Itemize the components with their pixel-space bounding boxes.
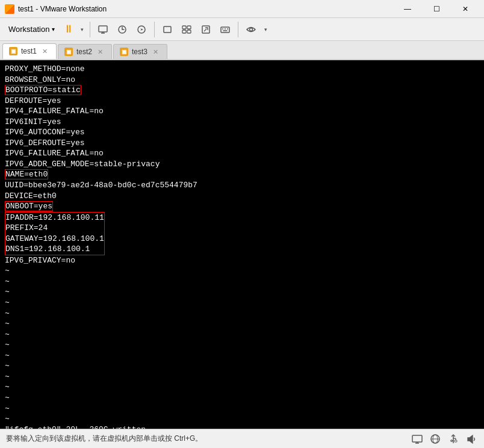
tab-label-test3: test3 (132, 48, 147, 56)
tab-close-test3[interactable]: ✕ (151, 48, 160, 56)
terminal-line: BOOTPROTO=static (5, 85, 479, 96)
terminal-line: DNS1=192.168.100.1 (5, 244, 104, 255)
terminal-line: UUID=bbee3e79-ae2d-48a0-bd0c-ed7c554479b… (5, 180, 479, 191)
terminal-line: IPV6_DEFROUTE=yes (5, 138, 479, 149)
pause-button[interactable]: ⏸ (60, 20, 78, 39)
terminal-line: PREFIX=24 (5, 223, 104, 234)
terminal-line: ~ (5, 329, 479, 340)
tab-test1[interactable]: ▣ test1 ✕ (2, 43, 57, 59)
terminal-area[interactable]: PROXY_METHOD=noneBROWSER_ONLY=noBOOTPROT… (0, 60, 484, 429)
terminal-line: ~ (5, 297, 479, 308)
svg-rect-17 (412, 435, 422, 442)
status-network-icon[interactable] (429, 432, 442, 446)
tab-icon-test3: ▣ (120, 48, 128, 56)
svg-rect-0 (99, 26, 107, 32)
svg-rect-9 (187, 30, 191, 33)
terminal-line: ~ (5, 382, 479, 393)
suspend-button[interactable] (132, 20, 150, 39)
terminal-line: ~ (5, 266, 479, 276)
toolbar: Workstation ▾ ⏸ ▾ (0, 18, 484, 41)
view-button[interactable] (242, 20, 260, 39)
power-icon (98, 24, 108, 35)
terminal-line: ~ (5, 340, 479, 350)
terminal-line: ~ (5, 350, 479, 361)
workstation-chevron: ▾ (52, 26, 55, 33)
terminal-line: BROWSER_ONLY=no (5, 75, 479, 86)
terminal-line: IPV6_AUTOCONF=yes (5, 127, 479, 138)
toolbar-separator-3 (238, 22, 238, 37)
workstation-menu-group: Workstation ▾ ⏸ ▾ (4, 20, 86, 39)
svg-rect-26 (455, 440, 457, 442)
terminal-line: ONBOOT=yes (5, 201, 479, 212)
terminal-line: IPV4_FAILURE_FATAL=no (5, 106, 479, 117)
snapshot-icon (117, 24, 128, 35)
app-icon (5, 4, 14, 14)
send-ctrlaltdel-button[interactable] (216, 20, 234, 39)
vm-icon (411, 433, 423, 445)
terminal-line: IPV6_PRIVACY=no (5, 255, 479, 266)
terminal-line: ~ (5, 319, 479, 329)
network-icon (429, 433, 441, 445)
power-button[interactable] (94, 20, 112, 39)
terminal-line: IPADDR=192.168.100.11 (5, 213, 104, 223)
toolbar-separator-1 (90, 22, 90, 37)
svg-rect-5 (164, 26, 171, 33)
tab-test3[interactable]: ▣ test3 ✕ (113, 44, 167, 59)
maximize-button[interactable]: ☐ (423, 1, 450, 17)
unity-icon (181, 24, 192, 35)
svg-rect-7 (187, 26, 191, 29)
terminal-line: IPV6INIT=yes (5, 117, 479, 128)
full-screen-icon (162, 24, 173, 35)
terminal-line: ~ (5, 393, 479, 403)
terminal-line: ~ (5, 414, 479, 425)
status-usb-icon[interactable] (447, 432, 460, 446)
terminal-line: IPV6_FAILURE_FATAL=no (5, 148, 479, 159)
status-bar: 要将输入定向到该虚拟机，请在虚拟机内部单击或按 Ctrl+G。 (0, 429, 484, 448)
title-bar: test1 - VMware Workstation — ☐ ✕ (0, 0, 484, 18)
terminal-line: DEFROUTE=yes (5, 96, 479, 107)
tab-close-test1[interactable]: ✕ (40, 47, 49, 55)
workstation-menu-button[interactable]: Workstation ▾ (4, 22, 60, 36)
tab-icon-test1: ▣ (9, 47, 17, 55)
tab-test2[interactable]: ▣ test2 ✕ (58, 44, 112, 59)
terminal-line: DEVICE=eth0 (5, 191, 479, 202)
view-dropdown[interactable]: ▾ (261, 20, 270, 39)
usb-icon (447, 433, 459, 445)
svg-marker-29 (468, 435, 473, 443)
toolbar-separator-2 (154, 22, 155, 37)
window-title: test1 - VMware Workstation (18, 5, 394, 13)
close-button[interactable]: ✕ (451, 1, 479, 17)
terminal-line: ~ (5, 276, 479, 287)
svg-rect-6 (182, 26, 186, 29)
terminal-line: ~ (5, 372, 479, 382)
status-icons (411, 432, 478, 446)
ip-block-highlight: IPADDR=192.168.100.11PREFIX=24GATEWAY=19… (5, 212, 105, 255)
terminal-line: ~ (5, 308, 479, 319)
snapshot-button[interactable] (113, 20, 131, 39)
audio-icon (465, 433, 477, 445)
terminal-line: "ifcfg-eth0" 20L, 369C written (5, 425, 479, 429)
status-vm-icon[interactable] (411, 432, 424, 446)
window-controls: — ☐ ✕ (394, 1, 479, 17)
tab-icon-test2: ▣ (64, 48, 73, 56)
terminal-line: ~ (5, 361, 479, 372)
pause-dropdown[interactable]: ▾ (78, 20, 86, 39)
suspend-icon (136, 24, 147, 35)
svg-rect-8 (182, 30, 186, 33)
status-audio-icon[interactable] (465, 432, 478, 446)
terminal-line: GATEWAY=192.168.100.1 (5, 234, 104, 244)
resize-button[interactable] (197, 20, 215, 39)
tabs-bar: ▣ test1 ✕ ▣ test2 ✕ ▣ test3 ✕ (0, 41, 484, 60)
full-screen-button[interactable] (158, 20, 176, 39)
tab-label-test1: test1 (21, 47, 37, 55)
tab-close-test2[interactable]: ✕ (96, 48, 104, 56)
resize-icon (200, 24, 211, 35)
minimize-button[interactable]: — (394, 1, 421, 17)
unity-button[interactable] (178, 20, 196, 39)
svg-point-16 (250, 28, 253, 31)
keyboard-icon (220, 24, 231, 35)
tab-label-test2: test2 (76, 48, 92, 56)
terminal-line: ~ (5, 287, 479, 297)
status-hint-text: 要将输入定向到该虚拟机，请在虚拟机内部单击或按 Ctrl+G。 (6, 434, 406, 444)
workstation-label: Workstation (8, 25, 49, 34)
